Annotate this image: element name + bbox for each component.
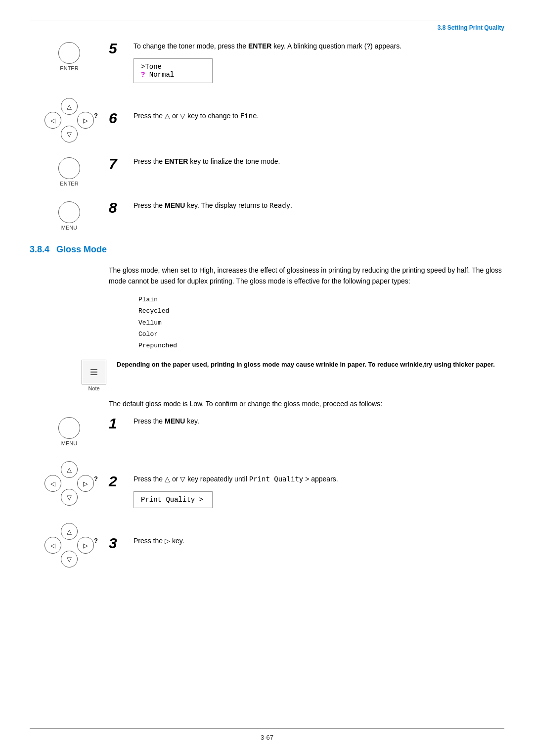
nav-right-button <box>77 112 94 129</box>
footer-page-number: 3-67 <box>261 734 273 741</box>
nav-2-right-button <box>77 475 94 492</box>
nav-up-button <box>61 98 78 115</box>
step-b2-code: Print Quality <box>249 475 304 483</box>
step-b1-content: Press the MENU key. <box>134 416 504 430</box>
step-b1-row: MENU 1 Press the MENU key. <box>30 416 504 446</box>
step-8-content: Press the MENU key. The display returns … <box>134 200 504 215</box>
step-8-icon: MENU <box>30 200 109 231</box>
menu-button-label: MENU <box>61 225 77 231</box>
nav-left-button <box>44 112 61 129</box>
nav-3-right-button <box>77 537 94 554</box>
step-5-display: >Tone ? Normal <box>134 58 213 83</box>
section-number: 3.8.4 <box>30 244 49 254</box>
nav-2-up-button <box>61 461 78 478</box>
step-b2-content: Press the △ or ▽ key repeatedly until Pr… <box>134 474 504 508</box>
step-7-row: ENTER 7 Press the ENTER key to finalize … <box>30 156 504 187</box>
nav-3-down-button <box>61 551 78 567</box>
question-mark-2: ? <box>94 475 98 482</box>
step-6-row: ? 6 Press the △ or ▽ key to change to Fi… <box>30 97 504 142</box>
step-b1-text: Press the MENU key. <box>134 416 504 426</box>
enter-button-label: ENTER <box>60 65 78 71</box>
step-7-text: Press the ENTER key to finalize the tone… <box>134 156 504 167</box>
paper-type-plain: Plain <box>138 294 504 305</box>
question-mark: ? <box>94 112 98 119</box>
step-b3-number: 3 <box>109 536 127 551</box>
nav-down-button <box>61 126 78 142</box>
step-5-text: To change the toner mode, press the ENTE… <box>134 41 504 51</box>
question-mark-3: ? <box>94 537 98 544</box>
paper-type-color: Color <box>138 329 504 340</box>
display-line2: ? Normal <box>141 71 205 79</box>
note-icon-container: Note <box>79 360 109 391</box>
paper-type-vellum: Vellum <box>138 317 504 329</box>
step-8-bold: MENU <box>165 201 185 209</box>
step-7-number: 7 <box>109 156 127 171</box>
nav-3-left-button <box>44 537 61 554</box>
step-b2-row: ? 2 Press the △ or ▽ key repeatedly unti… <box>30 460 504 508</box>
paper-type-prepunched: Prepunched <box>138 340 504 351</box>
step-b3-content: Press the ▷ key. <box>134 536 504 550</box>
step-5-row: ENTER 5 To change the toner mode, press … <box>30 41 504 83</box>
step-b1-icon: MENU <box>30 416 109 446</box>
step-b3-row: ? 3 Press the ▷ key. <box>30 522 504 567</box>
step-6-number: 6 <box>109 111 127 126</box>
page: 3.8 Setting Print Quality ENTER 5 To cha… <box>0 0 534 756</box>
enter-button-2-label: ENTER <box>60 181 78 187</box>
step-8-code: Ready <box>269 201 290 209</box>
step-5-icon: ENTER <box>30 41 109 71</box>
paper-types-list: Plain Recycled Vellum Color Prepunched <box>138 294 504 352</box>
step-6-content: Press the △ or ▽ key to change to Fine. <box>134 111 504 125</box>
gloss-intro-text: The gloss mode, when set to High, increa… <box>109 265 504 287</box>
nav-cluster-3-icon: ? <box>44 523 94 567</box>
step-b1-bold: MENU <box>165 417 185 425</box>
step-8-text: Press the MENU key. The display returns … <box>134 200 504 211</box>
step-7-bold: ENTER <box>165 157 188 165</box>
step-b2-text: Press the △ or ▽ key repeatedly until Pr… <box>134 474 504 484</box>
step-b2-display: Print Quality > <box>134 491 213 508</box>
step-5-content: To change the toner mode, press the ENTE… <box>134 41 504 83</box>
step-b2-number: 2 <box>109 474 127 489</box>
enter-button-2-icon <box>58 157 80 179</box>
note-text: Depending on the paper used, printing in… <box>117 360 504 370</box>
step-b3-text: Press the ▷ key. <box>134 536 504 546</box>
page-footer: 3-67 <box>30 728 504 741</box>
step-7-content: Press the ENTER key to finalize the tone… <box>134 156 504 171</box>
display-pq-line1: Print Quality > <box>141 496 205 504</box>
enter-button-icon <box>58 42 80 64</box>
note-row: Note Depending on the paper used, printi… <box>79 360 504 391</box>
step-b3-icon: ? <box>30 522 109 567</box>
nav-2-down-button <box>61 489 78 506</box>
step-8-row: MENU 8 Press the MENU key. The display r… <box>30 200 504 231</box>
cursor-mark: ? <box>141 71 145 79</box>
section-384-heading: 3.8.4 Gloss Mode <box>30 244 504 255</box>
page-header: 3.8 Setting Print Quality <box>30 24 504 31</box>
menu-button-icon <box>58 201 80 223</box>
step-6-text: Press the △ or ▽ key to change to Fine. <box>134 111 504 121</box>
header-section-ref: 3.8 Setting Print Quality <box>438 24 504 31</box>
nav-cluster-2-icon: ? <box>44 461 94 506</box>
nav-cluster-icon: ? <box>44 98 94 142</box>
nav-3-up-button <box>61 523 78 540</box>
note-icon-label: Note <box>88 385 99 391</box>
step-b1-number: 1 <box>109 416 127 431</box>
step-5-bold: ENTER <box>248 42 271 50</box>
step-7-icon: ENTER <box>30 156 109 187</box>
step-5-number: 5 <box>109 41 127 56</box>
display-line1: >Tone <box>141 63 205 71</box>
paper-type-recycled: Recycled <box>138 305 504 317</box>
top-border <box>30 20 504 20</box>
menu-button-2-icon <box>58 417 80 439</box>
step-8-number: 8 <box>109 200 127 215</box>
gloss-default-text: The default gloss mode is Low. To confir… <box>109 398 504 409</box>
section-title: Gloss Mode <box>56 244 107 254</box>
note-icon-image <box>82 360 106 384</box>
step-b2-icon: ? <box>30 460 109 506</box>
step-6-code: Fine <box>240 112 257 120</box>
step-6-icon: ? <box>30 97 109 142</box>
nav-2-left-button <box>44 475 61 492</box>
menu-button-2-label: MENU <box>61 440 77 446</box>
